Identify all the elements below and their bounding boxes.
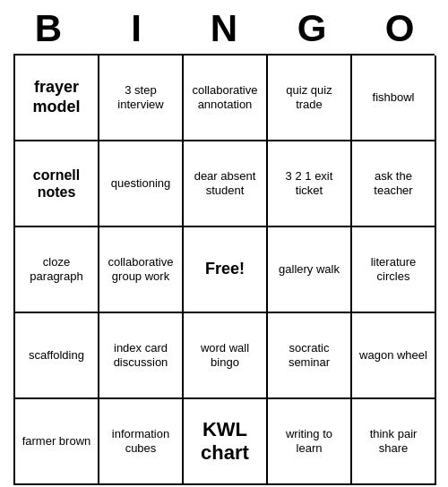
bingo-cell-12: Free! [184,227,268,313]
bingo-cell-19: wagon wheel [352,313,436,399]
bingo-cell-3: quiz quiz trade [268,56,352,141]
bingo-cell-10: cloze paragraph [15,227,99,313]
bingo-cell-0: frayer model [15,56,99,141]
bingo-cell-9: ask the teacher [352,141,436,227]
bingo-cell-20: farmer brown [15,399,99,485]
bingo-cell-18: socratic seminar [268,313,352,399]
bingo-cell-4: fishbowl [352,56,436,141]
bingo-cell-16: index card discussion [99,313,184,399]
bingo-cell-15: scaffolding [15,313,99,399]
letter-i: I [97,7,176,50]
bingo-cell-14: literature circles [352,227,436,313]
bingo-cell-2: collaborative annotation [184,56,268,141]
letter-g: G [272,7,351,50]
bingo-cell-17: word wall bingo [184,313,268,399]
bingo-header: B I N G O [4,0,444,54]
bingo-cell-1: 3 step interview [99,56,184,141]
bingo-cell-7: dear absent student [184,141,268,227]
bingo-cell-22: KWL chart [184,399,268,485]
bingo-grid: frayer model3 step interviewcollaborativ… [13,54,435,485]
bingo-cell-21: information cubes [99,399,184,485]
letter-o: O [360,7,439,50]
bingo-cell-23: writing to learn [268,399,352,485]
bingo-cell-24: think pair share [352,399,436,485]
bingo-cell-13: gallery walk [268,227,352,313]
letter-n: N [185,7,263,50]
bingo-cell-11: collaborative group work [99,227,184,313]
bingo-cell-8: 3 2 1 exit ticket [268,141,352,227]
letter-b: B [9,7,88,50]
bingo-cell-6: questioning [99,141,184,227]
bingo-cell-5: cornell notes [15,141,99,227]
